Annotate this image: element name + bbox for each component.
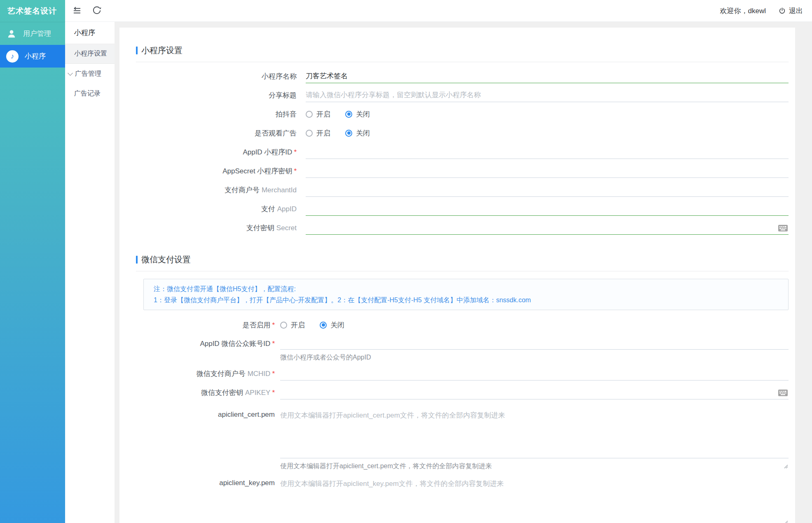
form-row-enabled: 是否启用* 开启 关闭 [136,317,789,333]
enabled-radio-group: 开启 关闭 [280,317,789,333]
required-marker: * [272,321,275,329]
form-row-pay-appid: 支付AppID [136,201,789,217]
miniapp-icon: ♪ [6,50,19,63]
field-label: 拍抖音 [136,110,297,119]
note-line-2: 1：登录【微信支付商户平台】，打开【产品中心-开发配置】。2：在【支付配置-H5… [154,294,778,306]
form-row-miniapp-name: 小程序名称 [136,68,789,84]
field-label: 支付AppID [136,204,297,214]
sidebar-item-label: 小程序 [25,51,46,61]
app-window: 艺术签名设计 用户管理 ♪ 小程序 欢迎你，dkewl [0,0,812,523]
pay-appid-input[interactable] [306,202,789,216]
welcome-text: 欢迎你，dkewl [720,6,766,16]
douyin-radio-group: 开启 关闭 [306,106,789,122]
submenu-item-ad-records[interactable]: 广告记录 [65,84,115,103]
field-label: 小程序名称 [136,72,297,81]
submenu-item-label: 小程序设置 [74,49,107,58]
collapse-menu-icon[interactable] [73,6,82,15]
submenu-title: 小程序 [65,22,115,44]
wechat-pay-note: 注：微信支付需开通【微信H5支付】，配置流程: 1：登录【微信支付商户平台】，打… [143,279,789,310]
main-sidebar: 艺术签名设计 用户管理 ♪ 小程序 [0,0,65,523]
form-row-share-title: 分享标题 [136,87,789,103]
section-title-miniapp-settings: 小程序设置 [136,45,789,56]
radio-on[interactable]: 开启 [280,320,305,330]
appid-input[interactable] [306,145,789,159]
radio-on[interactable]: 开启 [306,128,330,138]
note-line-1: 注：微信支付需开通【微信H5支付】，配置流程: [154,283,778,294]
field-label: apiclient_key.pem [136,476,275,487]
sidebar-item-label: 用户管理 [23,29,51,38]
field-label: AppID 微信公众账号ID* [136,336,275,348]
field-label: 是否观看广告 [136,128,297,138]
logout-button[interactable]: 退出 [778,6,803,16]
section-title-wechat-pay-settings: 微信支付设置 [136,254,789,265]
radio-off[interactable]: 关闭 [345,110,370,119]
mchid-input[interactable] [280,367,789,381]
sidebar-item-user-management[interactable]: 用户管理 [0,22,65,45]
submenu-item-label: 广告管理 [75,70,101,78]
field-helper-text: 使用文本编辑器打开apiclient_cert.pem文件，将文件的全部内容复制… [280,462,789,471]
required-marker: * [272,389,275,397]
submenu-item-ad-management[interactable]: 广告管理 [65,64,115,84]
apiclient-cert-textarea[interactable] [280,407,789,458]
apiclient-key-textarea[interactable] [280,476,789,523]
topbar: 欢迎你，dkewl 退出 [65,0,812,22]
required-marker: * [294,167,297,175]
form-row-apiclient-cert: apiclient_cert.pem 使用文本编辑器打开apiclient_ce… [136,407,789,471]
field-label: 是否启用* [136,320,275,330]
pay-secret-input[interactable] [306,221,789,235]
form-row-appsecret: AppSecret 小程序密钥* [136,163,789,179]
power-icon [778,7,786,15]
user-icon [6,28,17,39]
keyboard-icon [778,225,788,231]
radio-off[interactable]: 关闭 [320,320,344,330]
form-row-appid: AppID 小程序ID* [136,144,789,160]
merchant-id-input[interactable] [306,183,789,197]
app-title: 艺术签名设计 [0,0,65,22]
submenu-sidebar: 小程序 小程序设置 广告管理 广告记录 [65,22,115,523]
form-row-pay-secret: 支付密钥Secret [136,219,789,236]
form-row-apiclient-key: apiclient_key.pem [136,476,789,523]
share-title-input[interactable] [306,88,789,102]
chevron-down-icon [68,70,73,76]
watch-ad-radio-group: 开启 关闭 [306,125,789,141]
form-row-mchid: 微信支付商户号MCHID* [136,365,789,382]
field-label: 支付商户号MerchantId [136,185,297,195]
form-row-douyin: 拍抖音 开启 关闭 [136,106,789,122]
required-marker: * [272,340,275,348]
field-label: apiclient_cert.pem [136,407,275,419]
miniapp-name-input[interactable] [306,69,789,83]
required-marker: * [294,148,297,156]
mp-appid-input[interactable] [280,336,789,350]
field-helper-text: 微信小程序或者公众号的AppID [280,353,789,362]
field-label: 微信支付商户号MCHID* [136,369,275,378]
form-row-apikey: 微信支付密钥APIKEY* [136,384,789,401]
radio-off[interactable]: 关闭 [345,128,370,138]
refresh-icon[interactable] [92,6,101,15]
section-accent-bar [136,47,138,54]
form-row-watch-ad: 是否观看广告 开启 关闭 [136,125,789,141]
submenu-item-label: 广告记录 [74,89,101,98]
settings-card: 小程序设置 小程序名称 分享标题 拍抖音 [119,28,795,523]
field-label: 分享标题 [136,91,297,100]
field-label: AppSecret 小程序密钥* [136,166,297,176]
divider [136,62,789,62]
main-content: 小程序设置 小程序名称 分享标题 拍抖音 [115,22,812,523]
resize-handle-icon[interactable] [783,464,788,469]
radio-on[interactable]: 开启 [306,110,330,119]
keyboard-icon [778,390,788,396]
appsecret-input[interactable] [306,164,789,178]
form-row-mp-appid: AppID 微信公众账号ID* 微信小程序或者公众号的AppID [136,336,789,362]
submenu-item-miniapp-settings[interactable]: 小程序设置 [65,44,115,64]
required-marker: * [272,370,275,378]
resize-handle-icon[interactable] [783,520,788,523]
sidebar-item-miniapp[interactable]: ♪ 小程序 [0,45,65,68]
section-accent-bar [136,256,138,264]
apikey-input[interactable] [280,385,789,399]
form-row-merchant-id: 支付商户号MerchantId [136,182,789,198]
logout-label: 退出 [789,6,803,16]
field-label: 支付密钥Secret [136,223,297,233]
field-label: AppID 小程序ID* [136,147,297,157]
divider [136,271,789,271]
field-label: 微信支付密钥APIKEY* [136,388,275,397]
